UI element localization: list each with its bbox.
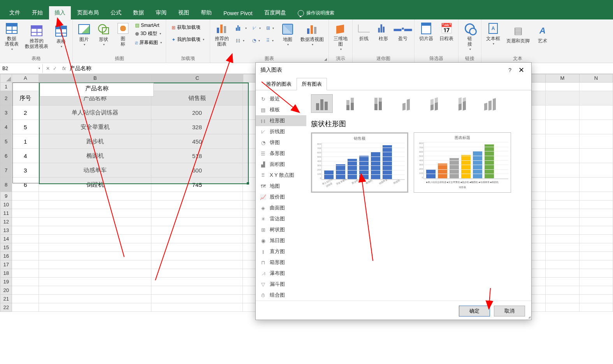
cell[interactable]: 600	[151, 163, 243, 178]
cancel-icon[interactable]: ✕	[46, 66, 50, 71]
icons-button[interactable]: 图 标	[114, 21, 132, 47]
cell[interactable]	[580, 91, 613, 106]
hierarchy-chart-dd[interactable]: ⊞▾	[265, 23, 276, 33]
chart-preview-1[interactable]: 销售额 8007006005004003002001000 单人站综合训练器安全…	[311, 132, 408, 193]
cancel-button[interactable]: 取消	[494, 306, 525, 312]
chart-type-item[interactable]: ▟面积图	[256, 159, 306, 170]
subtype-100stacked-column[interactable]	[367, 94, 389, 113]
cell[interactable]	[546, 218, 579, 226]
chart-type-item[interactable]: ⫛组合图	[256, 290, 306, 301]
subtype-3d-column[interactable]	[479, 94, 501, 113]
row-header[interactable]: 1	[0, 83, 12, 91]
select-all-corner[interactable]	[0, 74, 12, 83]
cell[interactable]	[580, 303, 613, 312]
line-chart-dd[interactable]: ⩗▾	[251, 23, 262, 33]
cell[interactable]	[546, 226, 579, 235]
row-header[interactable]: 9	[0, 192, 12, 200]
tab-review[interactable]: 审阅	[150, 6, 172, 19]
cell[interactable]	[151, 278, 243, 286]
cell[interactable]	[39, 192, 151, 200]
cell[interactable]	[39, 260, 151, 269]
chart-type-item[interactable]: ◔饼图	[256, 137, 306, 148]
tab-file[interactable]: 文件	[4, 6, 26, 19]
subtype-3d-stacked[interactable]	[423, 94, 445, 113]
cell[interactable]	[39, 252, 151, 260]
cell[interactable]	[580, 200, 613, 209]
row-header[interactable]: 22	[0, 303, 12, 312]
cell[interactable]	[546, 252, 579, 260]
cell[interactable]: 动感单车	[39, 163, 151, 178]
cell[interactable]	[12, 278, 39, 286]
fx-icon[interactable]: fx	[60, 66, 68, 71]
cell[interactable]	[39, 243, 151, 252]
cell[interactable]	[580, 286, 613, 295]
dialog-close-button[interactable]: ✕	[516, 66, 527, 74]
link-button[interactable]: 链 接▾	[461, 21, 479, 52]
row-header[interactable]: 14	[0, 235, 12, 243]
tab-data[interactable]: 数据	[128, 6, 149, 19]
pie-chart-dd[interactable]: ◔▾	[251, 35, 262, 46]
cell[interactable]	[12, 209, 39, 218]
cell[interactable]	[151, 218, 243, 226]
cell[interactable]	[151, 226, 243, 235]
screenshot-button[interactable]: ⎚屏幕截图▾	[133, 39, 163, 47]
tab-all-charts[interactable]: 所有图表	[297, 78, 327, 90]
cell[interactable]	[39, 278, 151, 286]
row-header[interactable]: 11	[0, 209, 12, 218]
chart-type-item[interactable]: ⊞树状图	[256, 224, 306, 235]
cell[interactable]	[151, 295, 243, 303]
dialog-titlebar[interactable]: 插入图表 ? ✕	[256, 63, 531, 77]
cell[interactable]	[546, 192, 579, 200]
cell[interactable]	[151, 200, 243, 209]
cell[interactable]	[546, 120, 579, 134]
smartart-button[interactable]: ▨SmartArt	[133, 22, 163, 29]
cell[interactable]: 单人站综合训练器	[39, 106, 151, 120]
chart-type-item[interactable]: 📈股价图	[256, 192, 306, 202]
cell[interactable]	[580, 149, 613, 163]
chart-type-item[interactable]: ▽漏斗图	[256, 279, 306, 290]
cell[interactable]	[151, 243, 243, 252]
cell[interactable]	[546, 200, 579, 209]
cell[interactable]	[151, 235, 243, 243]
cell[interactable]	[546, 163, 579, 178]
row-header[interactable]: 16	[0, 252, 12, 260]
cell[interactable]	[12, 226, 39, 235]
row-header[interactable]: 20	[0, 286, 12, 295]
row-header[interactable]: 17	[0, 260, 12, 269]
row-header[interactable]: 10	[0, 200, 12, 209]
chart-type-item[interactable]: ◈曲面图	[256, 202, 306, 213]
ok-button[interactable]: 确定	[459, 306, 490, 312]
cell[interactable]: 518	[151, 149, 243, 163]
cell[interactable]	[580, 83, 613, 91]
cell[interactable]	[580, 163, 613, 178]
cell[interactable]	[39, 303, 151, 312]
row-header[interactable]: 13	[0, 226, 12, 235]
col-header-N[interactable]: N	[580, 74, 613, 83]
dialog-help-button[interactable]: ?	[508, 67, 511, 73]
chart-type-item[interactable]: ◉旭日图	[256, 235, 306, 246]
cell[interactable]	[580, 278, 613, 286]
row-header[interactable]: 3	[0, 106, 12, 120]
cell[interactable]	[546, 269, 579, 278]
cell[interactable]: 跑步机	[39, 134, 151, 149]
row-header[interactable]: 12	[0, 218, 12, 226]
cell[interactable]	[580, 209, 613, 218]
cell[interactable]	[39, 295, 151, 303]
chart-type-item[interactable]: 🗺地图	[256, 181, 306, 192]
row-header[interactable]: 4	[0, 120, 12, 134]
cell[interactable]	[580, 269, 613, 278]
subtype-stacked-column[interactable]	[339, 94, 361, 113]
sparkline-line-button[interactable]: 折线	[355, 21, 373, 42]
cell[interactable]	[580, 243, 613, 252]
cell[interactable]	[12, 303, 39, 312]
cell[interactable]	[546, 83, 579, 91]
tab-baidu[interactable]: 百度网盘	[259, 6, 292, 19]
headerfooter-button[interactable]: ▤页眉和页脚	[504, 21, 532, 46]
cell[interactable]	[12, 200, 39, 209]
cell[interactable]: 450	[151, 134, 243, 149]
tab-recommended-charts[interactable]: 推荐的图表	[261, 78, 297, 90]
cell[interactable]	[546, 106, 579, 120]
cell[interactable]	[580, 192, 613, 200]
cell[interactable]	[546, 178, 579, 192]
slicer-button[interactable]: 切片器	[417, 21, 436, 42]
